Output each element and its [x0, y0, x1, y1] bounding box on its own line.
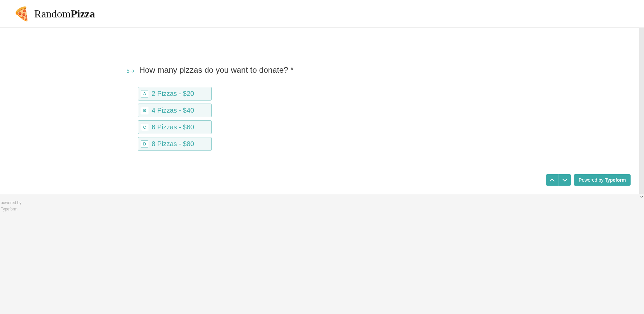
prev-button[interactable] — [546, 174, 558, 186]
option-c[interactable]: C 6 Pizzas - $60 — [138, 120, 212, 134]
option-label: 4 Pizzas - $40 — [152, 107, 194, 114]
arrow-right-icon — [130, 69, 135, 73]
question-text-value: How many pizzas do you want to donate? — [139, 65, 288, 74]
logo-prefix: Random — [34, 8, 70, 20]
required-marker: * — [290, 65, 293, 74]
powered-by-brand: Typeform — [605, 177, 626, 183]
header: 🍕 RandomPizza — [0, 0, 644, 28]
form-area: 5 How many pizzas do you want to donate?… — [0, 28, 644, 194]
options-list: A 2 Pizzas - $20 B 4 Pizzas - $40 C 6 Pi… — [138, 87, 293, 151]
scroll-down-icon[interactable] — [639, 194, 644, 199]
option-d[interactable]: D 8 Pizzas - $80 — [138, 137, 212, 151]
option-key: B — [141, 107, 148, 114]
footer-line2: Typeform — [1, 206, 643, 212]
question-number-value: 5 — [126, 68, 129, 74]
option-key: C — [141, 124, 148, 131]
logo-text: RandomPizza — [34, 8, 95, 20]
footer-line1: powered by — [1, 200, 643, 206]
option-key: D — [141, 140, 148, 148]
option-label: 8 Pizzas - $80 — [152, 140, 194, 148]
option-label: 6 Pizzas - $60 — [152, 123, 194, 131]
question-number: 5 — [126, 68, 135, 74]
next-button[interactable] — [558, 174, 571, 186]
powered-by-button[interactable]: Powered by Typeform — [574, 174, 631, 186]
footer-powered-by-link[interactable]: powered by Typeform — [1, 200, 643, 212]
option-key: A — [141, 90, 148, 98]
question-row: 5 How many pizzas do you want to donate?… — [126, 65, 293, 75]
chevron-down-icon — [562, 178, 567, 183]
pizza-icon: 🍕 — [13, 7, 30, 20]
chevron-up-icon — [550, 178, 554, 183]
question-text: How many pizzas do you want to donate? * — [139, 65, 293, 75]
logo-suffix: Pizza — [70, 8, 95, 20]
form-footer: Powered by Typeform — [546, 174, 631, 186]
option-a[interactable]: A 2 Pizzas - $20 — [138, 87, 212, 101]
option-b[interactable]: B 4 Pizzas - $40 — [138, 104, 212, 117]
logo[interactable]: 🍕 RandomPizza — [13, 7, 95, 20]
form-content: 5 How many pizzas do you want to donate?… — [126, 65, 293, 151]
page-footer: powered by Typeform — [0, 194, 644, 212]
option-label: 2 Pizzas - $20 — [152, 90, 194, 98]
powered-by-prefix: Powered by — [579, 177, 603, 183]
nav-buttons — [546, 174, 571, 186]
